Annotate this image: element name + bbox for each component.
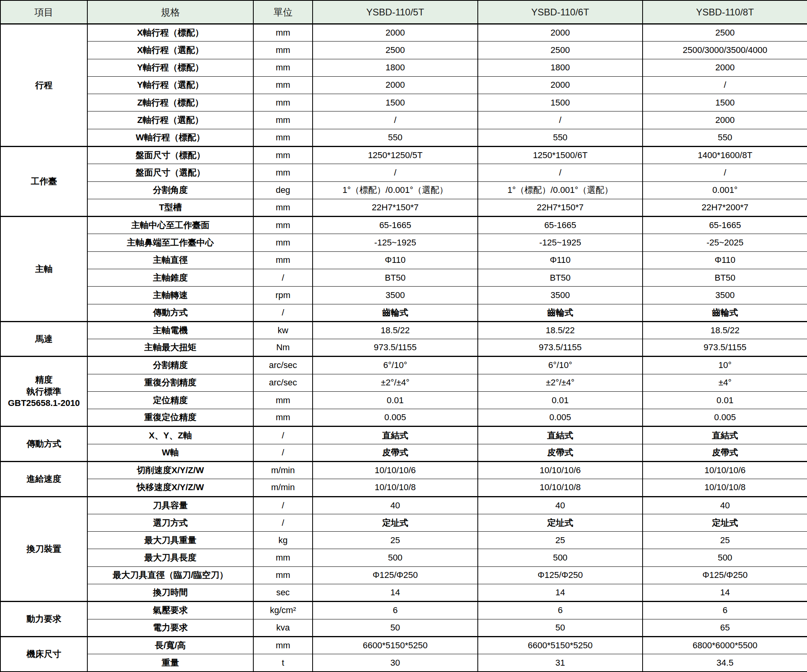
spec-label-cell: Y軸行程（選配） <box>87 76 253 94</box>
value-cell-model-0: 30 <box>313 654 478 672</box>
value-cell-model-1: 2500 <box>478 42 643 59</box>
value-cell-model-1: BT50 <box>478 269 643 286</box>
spec-label-cell: 分割精度 <box>87 357 253 374</box>
spec-label-cell: 主軸電機 <box>87 321 253 339</box>
value-cell-model-1: 6600*5150*5250 <box>478 636 643 654</box>
spec-label-cell: T型槽 <box>87 199 253 216</box>
value-cell-model-1: 6 <box>478 602 643 619</box>
value-cell-model-0: ±2°/±4° <box>313 374 478 391</box>
table-row: Z軸行程（標配）mm150015001500 <box>0 94 807 111</box>
value-cell-model-1: 22H7*150*7 <box>478 199 643 216</box>
spec-label-cell: 刀具容量 <box>87 496 253 514</box>
value-cell-model-0: 500 <box>313 549 478 566</box>
value-cell-model-0: 2500 <box>313 42 478 59</box>
value-cell-model-1: 18.5/22 <box>478 321 643 339</box>
spec-label-cell: X軸行程（標配） <box>87 24 253 42</box>
value-cell-model-2: 0.01 <box>643 391 807 409</box>
value-cell-model-0: 3500 <box>313 287 478 304</box>
spec-label-cell: X軸行程（選配） <box>87 42 253 59</box>
table-row: 盤面尺寸（選配）mm/// <box>0 164 807 181</box>
value-cell-model-2: 34.5 <box>643 654 807 672</box>
spec-label-cell: 主軸鼻端至工作臺中心 <box>87 234 253 251</box>
value-cell-model-1: / <box>478 164 643 181</box>
table-row: 馬達主軸電機kw18.5/2218.5/2218.5/22 <box>0 321 807 339</box>
unit-cell: / <box>253 444 313 461</box>
unit-cell: mm <box>253 409 313 427</box>
table-row: 主軸最大扭矩Nm973.5/1155973.5/1155973.5/1155 <box>0 339 807 357</box>
value-cell-model-1: 齒輪式 <box>478 304 643 321</box>
unit-cell: Nm <box>253 339 313 357</box>
spec-label-cell: 主軸直徑 <box>87 251 253 269</box>
spec-label-cell: 分割角度 <box>87 181 253 199</box>
value-cell-model-2: Φ110 <box>643 251 807 269</box>
value-cell-model-2: Φ125/Φ250 <box>643 566 807 584</box>
unit-cell: / <box>253 269 313 286</box>
value-cell-model-2: 65 <box>643 619 807 636</box>
value-cell-model-2: 0.001° <box>643 181 807 199</box>
value-cell-model-2: 10/10/10/8 <box>643 479 807 496</box>
spec-label-cell: 主軸轉速 <box>87 287 253 304</box>
unit-cell: mm <box>253 549 313 566</box>
table-row: 最大刀具重量kg252525 <box>0 532 807 549</box>
table-row: Y軸行程（選配）mm20002000/ <box>0 76 807 94</box>
value-cell-model-1: 500 <box>478 549 643 566</box>
value-cell-model-0: 定址式 <box>313 514 478 531</box>
value-cell-model-0: 50 <box>313 619 478 636</box>
table-row: 精度 執行標準 GBT25658.1-2010分割精度arc/sec6°/10°… <box>0 357 807 374</box>
unit-cell: deg <box>253 181 313 199</box>
value-cell-model-1: 50 <box>478 619 643 636</box>
unit-cell: mm <box>253 76 313 94</box>
value-cell-model-1: 2000 <box>478 24 643 42</box>
value-cell-model-2: 10° <box>643 357 807 374</box>
spec-label-cell: 傳動方式 <box>87 304 253 321</box>
spec-label-cell: W軸行程（標配） <box>87 129 253 146</box>
unit-cell: / <box>253 427 313 444</box>
value-cell-model-2: 22H7*200*7 <box>643 199 807 216</box>
spec-label-cell: 定位精度 <box>87 391 253 409</box>
table-row: 傳動方式/齒輪式齒輪式齒輪式 <box>0 304 807 321</box>
spec-label-cell: 主軸中心至工作臺面 <box>87 217 253 234</box>
value-cell-model-1: Φ110 <box>478 251 643 269</box>
value-cell-model-2: 18.5/22 <box>643 321 807 339</box>
spec-label-cell: Y軸行程（標配） <box>87 59 253 76</box>
value-cell-model-0: 65-1665 <box>313 217 478 234</box>
spec-label-cell: 重量 <box>87 654 253 672</box>
unit-cell: mm <box>253 59 313 76</box>
value-cell-model-1: 皮帶式 <box>478 444 643 461</box>
table-body: 行程X軸行程（標配）mm200020002500X軸行程（選配）mm250025… <box>0 24 807 672</box>
value-cell-model-0: 10/10/10/6 <box>313 462 478 479</box>
value-cell-model-0: 皮帶式 <box>313 444 478 461</box>
value-cell-model-2: -25~2025 <box>643 234 807 251</box>
value-cell-model-1: -125~1925 <box>478 234 643 251</box>
value-cell-model-0: Φ110 <box>313 251 478 269</box>
header-model-ysbd-110-6t: YSBD-110/6T <box>478 0 643 24</box>
value-cell-model-2: BT50 <box>643 269 807 286</box>
value-cell-model-1: 0.01 <box>478 391 643 409</box>
unit-cell: mm <box>253 636 313 654</box>
value-cell-model-1: 1500 <box>478 94 643 111</box>
value-cell-model-0: 550 <box>313 129 478 146</box>
unit-cell: arc/sec <box>253 374 313 391</box>
spec-label-cell: Z軸行程（標配） <box>87 94 253 111</box>
machine-spec-table: 項目 規格 單位 YSBD-110/5T YSBD-110/6T YSBD-11… <box>0 0 807 672</box>
spec-label-cell: X、Y、Z軸 <box>87 427 253 444</box>
value-cell-model-0: 2000 <box>313 24 478 42</box>
header-model-ysbd-110-8t: YSBD-110/8T <box>643 0 807 24</box>
section-group-cell: 動力要求 <box>0 602 87 637</box>
unit-cell: mm <box>253 164 313 181</box>
value-cell-model-1: 1°（標配）/0.001°（選配） <box>478 181 643 199</box>
value-cell-model-1: 定址式 <box>478 514 643 531</box>
section-group-cell: 主軸 <box>0 217 87 322</box>
spec-label-cell: 快移速度X/Y/Z/W <box>87 479 253 496</box>
table-row: 換刀裝置刀具容量/404040 <box>0 496 807 514</box>
value-cell-model-0: 齒輪式 <box>313 304 478 321</box>
value-cell-model-0: 18.5/22 <box>313 321 478 339</box>
value-cell-model-0: / <box>313 111 478 129</box>
table-row: 定位精度mm0.010.010.01 <box>0 391 807 409</box>
spec-label-cell: 重復分割精度 <box>87 374 253 391</box>
spec-label-cell: 長/寬/高 <box>87 636 253 654</box>
spec-label-cell: Z軸行程（選配） <box>87 111 253 129</box>
table-row: 行程X軸行程（標配）mm200020002500 <box>0 24 807 42</box>
table-row: T型槽mm22H7*150*722H7*150*722H7*200*7 <box>0 199 807 216</box>
unit-cell: kg/cm² <box>253 602 313 619</box>
